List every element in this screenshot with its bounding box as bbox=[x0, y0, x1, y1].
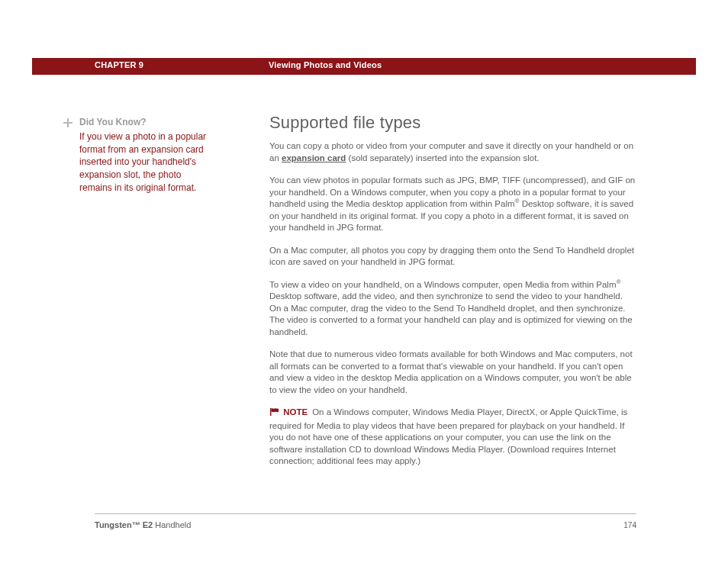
did-you-know-body: If you view a photo in a popular format … bbox=[79, 130, 209, 195]
paragraph-video: To view a video on your handheld, on a W… bbox=[269, 279, 636, 339]
footer-product: Tungsten™ E2 Handheld bbox=[95, 520, 191, 529]
main-content: Supported file types You can copy a phot… bbox=[269, 113, 636, 468]
document-page: CHAPTER 9 Viewing Photos and Videos Did … bbox=[0, 0, 728, 563]
intro-paragraph: You can copy a photo or video from your … bbox=[269, 140, 636, 164]
chapter-header-bar: CHAPTER 9 Viewing Photos and Videos bbox=[32, 58, 696, 75]
footer-product-rest: Handheld bbox=[153, 520, 191, 529]
section-title: Supported file types bbox=[269, 113, 636, 133]
svg-rect-2 bbox=[270, 408, 272, 416]
chapter-label: CHAPTER 9 bbox=[95, 60, 143, 69]
expansion-card-link[interactable]: expansion card bbox=[282, 153, 346, 162]
plus-icon bbox=[63, 117, 73, 128]
note-body: On a Windows computer, Windows Media Pla… bbox=[269, 407, 627, 465]
chapter-title: Viewing Photos and Videos bbox=[269, 60, 382, 69]
paragraph-mac: On a Mac computer, all photos you copy b… bbox=[269, 245, 636, 269]
sidebar-did-you-know: Did You Know? If you view a photo in a p… bbox=[79, 116, 209, 195]
paragraph-formats: You can view photos in popular formats s… bbox=[269, 175, 636, 234]
paragraph-limits: Note that due to numerous video formats … bbox=[269, 349, 636, 396]
did-you-know-title: Did You Know? bbox=[79, 116, 209, 129]
note-block: NOTEOn a Windows computer, Windows Media… bbox=[269, 407, 636, 468]
flag-icon bbox=[269, 407, 279, 420]
registered-mark: ® bbox=[617, 278, 621, 285]
footer-product-bold: Tungsten™ E2 bbox=[95, 520, 153, 529]
footer-page-number: 174 bbox=[623, 521, 636, 529]
footer-rule bbox=[95, 513, 636, 514]
p4-text-b: Desktop software, add the video, and the… bbox=[269, 291, 633, 336]
intro-text-post: (sold separately) inserted into the expa… bbox=[346, 153, 539, 162]
svg-rect-1 bbox=[63, 122, 72, 124]
note-label: NOTE bbox=[283, 407, 308, 417]
p4-text-a: To view a video on your handheld, on a W… bbox=[269, 280, 617, 289]
